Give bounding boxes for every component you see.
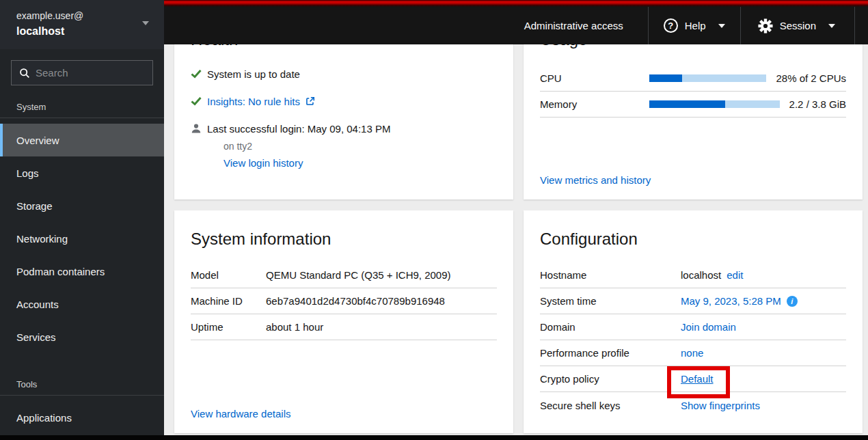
machine-id-label: Machine ID — [191, 295, 266, 307]
host-switcher[interactable]: example.user@ localhost — [0, 0, 164, 49]
sidebar-item-services[interactable]: Services — [0, 320, 164, 353]
main-nav: System Overview Logs Storage Networking … — [0, 96, 164, 434]
hostname-value: localhost — [681, 269, 721, 281]
system-information-title: System information — [174, 210, 513, 249]
domain-row: Domain Join domain — [540, 314, 846, 340]
performance-profile-label: Performance profile — [540, 347, 681, 359]
system-time-link[interactable]: May 9, 2023, 5:28 PM — [681, 295, 781, 307]
help-label: Help — [685, 20, 706, 31]
insights-link[interactable]: Insights: No rule hits — [207, 96, 300, 107]
masthead-edge-divider — [854, 7, 868, 44]
info-icon[interactable]: i — [787, 296, 798, 307]
search-box[interactable] — [11, 60, 153, 85]
sidebar-item-applications[interactable]: Applications — [0, 401, 164, 434]
model-value: QEMU Standard PC (Q35 + ICH9, 2009) — [266, 269, 497, 281]
cpu-usage-row: CPU 28% of 2 CPUs — [540, 66, 846, 92]
secure-shell-keys-row: Secure shell keys Show fingerprints — [540, 392, 846, 418]
cpu-progress-fill — [649, 74, 682, 82]
user-icon — [191, 123, 202, 134]
view-login-history-link[interactable]: View login history — [223, 157, 497, 169]
hostname-row: Hostname localhost edit — [540, 262, 846, 288]
system-time-label: System time — [540, 295, 681, 307]
brand-accent-strip — [164, 0, 868, 7]
last-login-row: Last successful login: May 09, 04:13 PM — [191, 122, 497, 135]
system-time-row: System time May 9, 2023, 5:28 PM i — [540, 288, 846, 314]
view-hardware-details-link[interactable]: View hardware details — [191, 408, 290, 420]
session-label: Session — [780, 20, 816, 31]
uptime-value: about 1 hour — [266, 321, 497, 333]
gear-icon — [758, 18, 773, 33]
join-domain-link[interactable]: Join domain — [681, 321, 736, 333]
model-label: Model — [191, 269, 266, 281]
memory-label: Memory — [540, 98, 649, 110]
login-detail: on tty2 — [223, 139, 497, 153]
uptime-label: Uptime — [191, 321, 266, 333]
sidebar-item-podman-containers[interactable]: Podman containers — [0, 255, 164, 288]
search-input[interactable] — [36, 67, 172, 79]
machine-id-row: Machine ID 6eb7a9401d2d4730bf4c70789b916… — [191, 288, 497, 314]
performance-profile-row: Performance profile none — [540, 340, 846, 366]
overview-page: Health System is up to date Insights: No… — [164, 0, 868, 440]
help-icon: ? — [664, 18, 678, 33]
crypto-policy-row: Crypto policy Default — [540, 366, 846, 392]
model-row: Model QEMU Standard PC (Q35 + ICH9, 2009… — [191, 262, 497, 288]
session-menu[interactable]: Session — [740, 7, 854, 44]
cpu-progress-bar — [649, 74, 766, 82]
updates-status-text: System is up to date — [207, 68, 300, 80]
uptime-row: Uptime about 1 hour — [191, 314, 497, 340]
sidebar-item-accounts[interactable]: Accounts — [0, 288, 164, 320]
secure-shell-keys-label: Secure shell keys — [540, 400, 681, 411]
show-fingerprints-link[interactable]: Show fingerprints — [681, 400, 760, 411]
admin-access-button[interactable]: Administrative access — [500, 7, 648, 44]
nav-section-tools: Tools — [0, 374, 164, 396]
hostname-edit-link[interactable]: edit — [727, 269, 743, 281]
insights-status-row: Insights: No rule hits — [191, 94, 497, 108]
user-name: example.user@ — [16, 9, 148, 23]
performance-profile-link[interactable]: none — [681, 347, 703, 359]
configuration-title: Configuration — [524, 210, 863, 249]
memory-progress-fill — [649, 100, 725, 108]
domain-label: Domain — [540, 321, 681, 333]
check-icon — [191, 96, 202, 107]
memory-usage-row: Memory 2.2 / 3.8 GiB — [540, 92, 846, 118]
help-menu[interactable]: ? Help — [648, 7, 740, 44]
sidebar-item-storage[interactable]: Storage — [0, 189, 164, 222]
window-bottom-border — [0, 435, 868, 440]
crypto-policy-link[interactable]: Default — [681, 373, 714, 385]
view-metrics-link[interactable]: View metrics and history — [540, 174, 651, 186]
updates-status-row: System is up to date — [191, 67, 497, 81]
external-link-icon — [306, 96, 315, 106]
masthead: Administrative access ? Help Session — [164, 0, 868, 44]
chevron-down-icon — [718, 24, 725, 28]
sidebar-item-overview[interactable]: Overview — [0, 124, 164, 156]
last-login-text: Last successful login: May 09, 04:13 PM — [207, 123, 390, 135]
crypto-policy-label: Crypto policy — [540, 373, 681, 385]
hostname-label: Hostname — [540, 269, 681, 281]
search-icon — [19, 68, 30, 79]
cpu-value: 28% of 2 CPUs — [776, 72, 846, 84]
chevron-down-icon — [142, 21, 149, 25]
check-icon — [191, 68, 202, 79]
chevron-down-icon — [828, 24, 835, 28]
sidebar-item-logs[interactable]: Logs — [0, 156, 164, 189]
memory-value: 2.2 / 3.8 GiB — [789, 98, 846, 110]
machine-id-value: 6eb7a9401d2d4730bf4c70789b916948 — [266, 295, 497, 307]
nav-section-system: System — [0, 96, 164, 118]
host-name: localhost — [16, 23, 148, 40]
cpu-label: CPU — [540, 72, 649, 84]
system-information-card: System information Model QEMU Standard P… — [174, 210, 513, 433]
sidebar: example.user@ localhost System Overview … — [0, 0, 164, 440]
memory-progress-bar — [649, 100, 780, 108]
configuration-card: Configuration Hostname localhost edit Sy… — [524, 210, 863, 433]
sidebar-item-networking[interactable]: Networking — [0, 222, 164, 255]
